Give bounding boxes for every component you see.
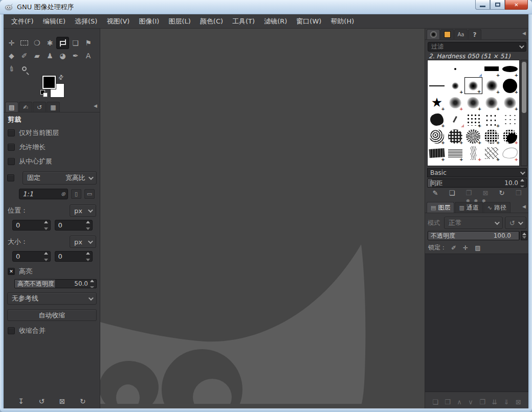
brush-item-r6c2[interactable]: + <box>446 145 464 162</box>
checkbox-fixed[interactable] <box>7 174 14 181</box>
move-tool[interactable]: ✛ <box>5 37 18 49</box>
tab-fonts[interactable]: Aa <box>454 29 468 39</box>
image-canvas[interactable] <box>100 29 425 408</box>
menu-item-2[interactable]: 选择(S) <box>70 15 102 28</box>
brush-item-r5c2[interactable]: + <box>446 128 464 145</box>
new-layer-group-button[interactable]: ❒ <box>445 398 451 406</box>
tab-layers[interactable]: ▤图层 <box>427 202 454 213</box>
restore-tool-options-button[interactable]: ↺ <box>39 397 45 405</box>
menu-item-7[interactable]: 工具(T) <box>228 15 259 28</box>
brush-item-r4c4[interactable]: + <box>482 111 501 128</box>
layer-mode-dropdown[interactable]: 正常 <box>444 217 503 229</box>
fixed-aspect-dropdown[interactable]: 固定 宽高比 <box>23 171 97 185</box>
delete-brush-button[interactable]: ⊠ <box>482 189 488 197</box>
rectangle-select-tool[interactable] <box>18 37 31 49</box>
brush-item-r3c5[interactable]: + <box>501 94 519 111</box>
refresh-brushes-button[interactable]: ↻ <box>499 189 505 197</box>
auto-shrink-button[interactable]: 自动收缩 <box>7 309 97 321</box>
menu-item-5[interactable]: 图层(L) <box>164 15 195 28</box>
spinner-arrows[interactable] <box>43 252 49 261</box>
brush-item-r1c2[interactable] <box>446 60 464 77</box>
spinner-arrows[interactable] <box>85 221 91 230</box>
brush-spacing-slider[interactable]: 间距 10.0 <box>427 178 527 188</box>
tab-channels[interactable]: ▥通道 <box>455 202 482 213</box>
size-height-spinner[interactable]: 0 <box>55 251 93 262</box>
scrollbar-thumb[interactable] <box>522 62 526 113</box>
brush-item-r4c2[interactable] <box>446 111 464 128</box>
smudge-tool[interactable]: ◕ <box>56 50 69 62</box>
menu-item-8[interactable]: 滤镜(R) <box>259 15 292 28</box>
brush-item-r1c1[interactable] <box>428 60 446 77</box>
brush-tag-dropdown[interactable]: Basic <box>427 168 527 177</box>
delete-layer-button[interactable]: ⊠ <box>516 398 521 406</box>
size-unit-dropdown[interactable]: px <box>70 236 96 248</box>
reset-tool-options-button[interactable]: ↻ <box>80 397 86 405</box>
brush-item-r6c3[interactable]: + <box>464 145 483 162</box>
brush-item-r2c4[interactable]: + <box>482 77 501 94</box>
swap-colors-icon[interactable]: ⇄ <box>57 73 65 81</box>
menu-item-3[interactable]: 视图(V) <box>102 15 134 28</box>
checkbox-highlight[interactable]: ✕ 高亮 <box>8 267 97 276</box>
brush-item-r4c5[interactable] <box>501 111 519 128</box>
color-picker-tool[interactable]: ✎ <box>5 62 18 75</box>
ink-tool[interactable]: ✒ <box>69 50 82 62</box>
brush-item-r6c5[interactable]: + <box>501 145 519 162</box>
opacity-spinner-arrows[interactable] <box>521 231 527 240</box>
brush-item-r3c4[interactable]: + <box>482 94 501 111</box>
menu-item-0[interactable]: 文件(F) <box>7 15 38 28</box>
checkbox-box[interactable] <box>8 327 15 334</box>
left-dock-collapse-icon[interactable]: ◀ <box>94 103 97 108</box>
brush-item-r6c1[interactable]: + <box>428 145 446 162</box>
brush-item-r2c1[interactable] <box>428 77 446 94</box>
mode-switch-dropdown[interactable]: ↺ <box>505 217 526 229</box>
tab-images[interactable]: ▦ <box>47 102 60 112</box>
foreground-color-swatch[interactable] <box>42 76 56 89</box>
menu-item-10[interactable]: 帮助(H) <box>326 15 359 28</box>
lock-position-button[interactable]: ✛ <box>463 244 468 251</box>
save-tool-options-button[interactable]: ↧ <box>18 397 24 405</box>
brush-item-r2c5[interactable]: + <box>501 77 519 94</box>
checkbox-current-layer[interactable]: 仅对当前图层 <box>8 128 97 138</box>
spinner-arrows[interactable] <box>519 179 525 188</box>
tab-patterns[interactable] <box>440 29 454 39</box>
spinner-arrows[interactable] <box>89 280 95 288</box>
menu-item-9[interactable]: 窗口(W) <box>292 15 326 28</box>
clone-tool[interactable]: ♟ <box>43 50 56 62</box>
right-dock-collapse-icon[interactable]: ◀ <box>522 31 526 36</box>
highlight-opacity-slider[interactable]: 高亮不透明度 50.0 <box>14 279 97 288</box>
paintbrush-tool[interactable]: ✐ <box>18 50 31 62</box>
checkbox-box-checked[interactable]: ✕ <box>8 268 15 275</box>
brush-item-r2c2[interactable]: + <box>446 77 464 94</box>
checkbox-shrink-merged[interactable]: 收缩合并 <box>8 326 97 335</box>
new-brush-button[interactable]: ❏ <box>449 189 455 197</box>
brush-item-r7c4[interactable] <box>482 162 501 166</box>
brush-item-r3c2[interactable]: + <box>446 94 464 111</box>
handle-transform-tool[interactable]: ⚑ <box>82 37 95 49</box>
spinner-arrows[interactable] <box>43 221 49 230</box>
new-layer-button[interactable]: ❏ <box>432 398 438 406</box>
brush-item-r7c3[interactable] <box>464 162 483 166</box>
brush-item-r6c4[interactable]: + <box>482 145 501 162</box>
brush-item-r5c5[interactable]: + <box>501 128 519 145</box>
brush-item-r3c3[interactable]: + <box>464 94 483 111</box>
bucket-fill-tool[interactable]: ◆ <box>5 50 18 62</box>
menu-item-1[interactable]: 编辑(E) <box>38 15 70 28</box>
tab-help[interactable]: ? <box>468 29 481 39</box>
titlebar[interactable]: GNU 图像处理程序 ✕ <box>0 0 532 14</box>
landscape-orientation-button[interactable]: ▭ <box>84 189 95 199</box>
brush-item-r5c3[interactable]: + <box>464 128 483 145</box>
size-width-spinner[interactable]: 0 <box>12 251 51 262</box>
spinner-arrows[interactable] <box>85 252 91 261</box>
tab-brushes[interactable] <box>427 29 440 39</box>
checkbox-expand-from-center[interactable]: 从中心扩展 <box>8 157 97 166</box>
brush-item-r4c3[interactable]: + <box>464 111 483 128</box>
position-y-spinner[interactable]: 0 <box>55 220 93 231</box>
position-x-spinner[interactable]: 0 <box>12 220 51 231</box>
edit-brush-button[interactable]: ✎ <box>433 189 438 197</box>
brush-item-r1c5[interactable]: + <box>501 60 519 77</box>
maximize-button[interactable] <box>490 0 505 10</box>
brush-item-r4c1[interactable]: + <box>428 111 446 128</box>
eraser-tool[interactable]: ▰ <box>31 50 43 62</box>
delete-tool-options-button[interactable]: ⊠ <box>59 397 65 405</box>
position-unit-dropdown[interactable]: px <box>70 204 96 217</box>
